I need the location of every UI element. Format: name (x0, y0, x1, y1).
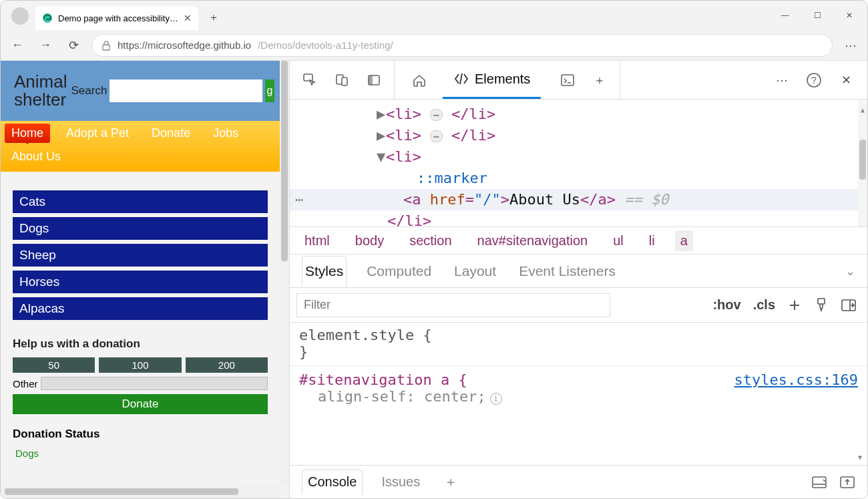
nav-jobs[interactable]: Jobs (206, 124, 245, 143)
svg-rect-12 (813, 477, 826, 488)
page-horizontal-scrollbar[interactable] (1, 486, 280, 498)
element-style-block[interactable]: element.style { } (299, 327, 858, 360)
crumb[interactable]: ul (608, 230, 629, 251)
devtools-close-icon[interactable]: ✕ (833, 67, 859, 94)
donation-amount-button[interactable]: 200 (186, 357, 268, 373)
elements-tab[interactable]: Elements (443, 61, 541, 99)
browser-titlebar: Demo page with accessibility issu ✕ ＋ ― … (1, 1, 867, 30)
devtools-drawer: Console Issues ＋ (290, 465, 867, 498)
browser-tab[interactable]: Demo page with accessibility issu ✕ (35, 6, 198, 30)
site-title: Animalshelter (14, 73, 67, 110)
category-item[interactable]: Cats (13, 190, 268, 213)
svg-rect-7 (562, 75, 574, 86)
svg-rect-6 (369, 75, 373, 85)
rendered-page-pane: Animalshelter Search g Home Adopt a Pet … (1, 61, 289, 498)
crumb[interactable]: html (299, 230, 335, 251)
tab-title: Demo page with accessibility issu (58, 13, 178, 23)
more-tabs-button[interactable]: ＋ (586, 67, 613, 94)
dom-scrollbar[interactable]: ▲▼ (858, 100, 867, 226)
paintbrush-icon[interactable] (814, 297, 829, 313)
issues-tab[interactable]: Issues (376, 470, 425, 494)
styles-filter-row: :hov .cls (290, 288, 867, 323)
rule-source-link[interactable]: styles.css:169 (734, 371, 858, 388)
styles-filter-input[interactable] (296, 293, 610, 317)
dom-tree[interactable]: ▶<li> ⋯ </li> ▶<li> ⋯ </li> ▼<li> ::mark… (290, 100, 867, 226)
donation-heading: Help us with a donation (13, 337, 268, 351)
inspect-element-icon[interactable] (296, 67, 323, 94)
nav-home[interactable]: Home (5, 124, 50, 143)
event-listeners-tab[interactable]: Event Listeners (516, 257, 618, 286)
drawer-collapse-icon[interactable] (839, 476, 855, 489)
search-input[interactable] (110, 79, 262, 102)
nav-about[interactable]: About Us (5, 147, 67, 166)
dom-breadcrumbs: html body section nav#sitenavigation ul … (290, 226, 867, 255)
drawer-dock-icon[interactable] (811, 476, 827, 489)
cls-toggle[interactable]: .cls (753, 297, 775, 313)
nav-adopt[interactable]: Adopt a Pet (59, 124, 136, 143)
hov-toggle[interactable]: :hov (712, 297, 740, 313)
address-bar[interactable]: https://microsoftedge.github.io/Demos/de… (91, 34, 833, 57)
url-host: https://microsoftedge.github.io (118, 39, 251, 51)
search-label: Search (71, 84, 107, 98)
css-rule-block[interactable]: styles.css:169 #sitenavigation a { align… (299, 371, 858, 405)
console-tab[interactable]: Console (302, 470, 363, 495)
donate-button[interactable]: Donate (13, 394, 268, 414)
welcome-tab[interactable] (401, 61, 437, 99)
crumb[interactable]: body (350, 230, 389, 251)
lock-icon (101, 40, 111, 51)
styles-tab[interactable]: Styles (302, 256, 347, 287)
console-drawer-toggle-icon[interactable] (554, 67, 581, 94)
donation-amount-button[interactable]: 100 (99, 357, 181, 373)
computed-tab[interactable]: Computed (364, 257, 434, 286)
crumb[interactable]: li (644, 230, 660, 251)
nav-back-button[interactable]: ← (7, 35, 27, 55)
window-close-button[interactable]: ✕ (834, 5, 865, 26)
dock-side-icon[interactable] (361, 67, 387, 94)
page-vertical-scrollbar[interactable] (280, 61, 289, 486)
crumb[interactable]: section (404, 230, 457, 251)
svg-rect-2 (304, 74, 312, 81)
search-go-button[interactable]: g (265, 79, 274, 102)
drawer-add-tab-icon[interactable]: ＋ (439, 469, 463, 495)
svg-rect-4 (342, 77, 347, 86)
category-item[interactable]: Dogs (13, 217, 268, 240)
styles-tabbar: Styles Computed Layout Event Listeners ⌄ (290, 255, 867, 288)
url-path: /Demos/devtools-a11y-testing/ (258, 39, 393, 51)
css-rules-panel[interactable]: element.style { } styles.css:169 #sitena… (290, 323, 867, 465)
window-maximize-button[interactable]: ☐ (802, 5, 833, 26)
info-icon[interactable]: i (490, 393, 502, 405)
nav-forward-button[interactable]: → (35, 35, 55, 55)
devtools-more-icon[interactable]: ⋯ (769, 67, 795, 94)
selected-dom-node[interactable]: <a href="/">About Us</a> == $0 (290, 189, 867, 210)
devtools-help-icon[interactable]: ? (801, 67, 827, 94)
page-header: Animalshelter Search g (1, 61, 280, 121)
window-minimize-button[interactable]: ― (770, 5, 801, 26)
profile-avatar[interactable] (11, 7, 29, 25)
crumb[interactable]: nav#sitenavigation (472, 230, 594, 251)
category-item[interactable]: Alpacas (13, 297, 268, 320)
tab-close-icon[interactable]: ✕ (184, 13, 192, 23)
new-style-rule-icon[interactable] (787, 298, 802, 313)
window-controls: ― ☐ ✕ (770, 5, 867, 30)
svg-rect-1 (103, 45, 110, 50)
donation-status-value: Dogs (13, 448, 268, 459)
browser-menu-button[interactable]: ⋯ (841, 35, 861, 55)
donation-status-heading: Donation Status (13, 428, 268, 441)
device-emulation-icon[interactable] (329, 67, 355, 94)
category-item[interactable]: Horses (13, 271, 268, 293)
nav-refresh-button[interactable]: ⟳ (63, 35, 83, 55)
donation-amount-button[interactable]: 50 (13, 357, 95, 373)
site-nav: Home Adopt a Pet Donate Jobs About Us (1, 121, 280, 172)
edge-favicon-icon (42, 13, 53, 23)
styles-overflow-icon[interactable]: ⌄ (845, 264, 855, 279)
category-item[interactable]: Sheep (13, 244, 268, 267)
nav-donate[interactable]: Donate (145, 124, 197, 143)
browser-toolbar: ← → ⟳ https://microsoftedge.github.io/De… (1, 30, 867, 61)
computed-sidebar-icon[interactable] (841, 299, 857, 312)
new-tab-button[interactable]: ＋ (204, 7, 224, 27)
layout-tab[interactable]: Layout (451, 257, 499, 286)
category-list: Cats Dogs Sheep Horses Alpacas (13, 190, 268, 320)
svg-text:?: ? (811, 75, 817, 86)
crumb-selected[interactable]: a (675, 230, 693, 251)
other-amount-input[interactable] (41, 377, 268, 390)
